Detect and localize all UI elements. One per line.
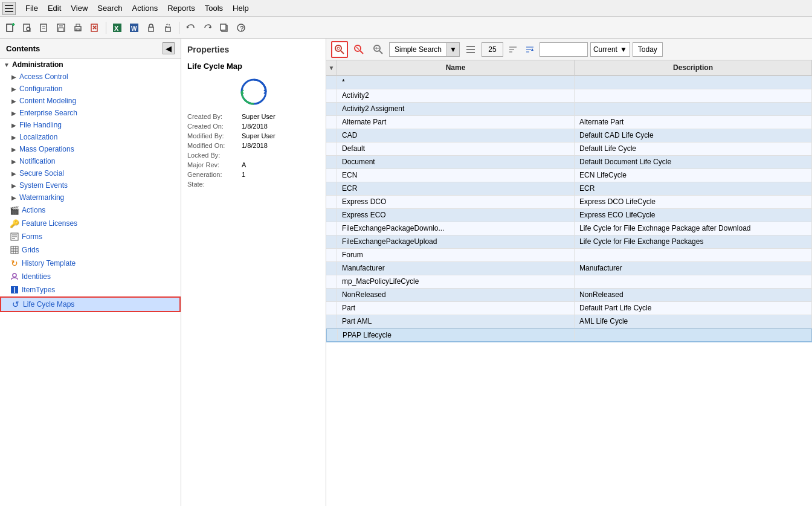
redo-button[interactable] [199, 20, 215, 36]
tree-arrow-content-modeling: ▶ [10, 97, 18, 105]
edit-button[interactable] [36, 20, 52, 36]
table-row[interactable]: ECN ECN LifeCycle [326, 169, 812, 182]
table-row[interactable]: Express ECO Express ECO LifeCycle [326, 209, 812, 222]
search-clear-button[interactable] [350, 41, 367, 58]
search-type-arrow[interactable]: ▼ [446, 43, 459, 56]
excel-button[interactable]: X [109, 20, 125, 36]
menu-tools[interactable]: Tools [200, 2, 228, 14]
sidebar-item-access-control[interactable]: ▶ Access Control [0, 71, 181, 83]
cell-name: CAD [337, 129, 575, 142]
sidebar-item-notification[interactable]: ▶ Notification [0, 155, 181, 167]
lock-button[interactable] [143, 20, 159, 36]
sidebar-item-history-template[interactable]: ↻ History Template [0, 257, 181, 270]
table-row[interactable]: Manufacturer Manufacturer [326, 262, 812, 275]
sidebar-item-administration[interactable]: ▼ Administration [0, 59, 181, 71]
sidebar-item-secure-social[interactable]: ▶ Secure Social [0, 167, 181, 179]
content-main: Properties Life Cycle Map Created By: Su… [181, 39, 812, 506]
sidebar-item-system-events[interactable]: ▶ System Events [0, 179, 181, 191]
hamburger-menu[interactable] [2, 2, 16, 15]
cell-description: Default Document Life Cycle [575, 156, 812, 168]
sort-desc-button[interactable] [523, 42, 537, 57]
search-execute-button[interactable] [331, 41, 348, 58]
svg-text:W: W [131, 25, 137, 32]
copy-button[interactable] [216, 20, 232, 36]
table-row[interactable]: Default Default Life Cycle [326, 143, 812, 156]
table-row[interactable]: Activity2 [326, 89, 812, 103]
new-button[interactable] [2, 20, 18, 36]
cell-name: * [337, 76, 575, 89]
undo-button[interactable] [182, 20, 198, 36]
sidebar-collapse-button[interactable]: ◀ [163, 42, 175, 54]
sidebar-item-watermarking[interactable]: ▶ Watermarking [0, 191, 181, 203]
table-row[interactable]: Activity2 Assigment [326, 103, 812, 116]
sidebar-label-secure-social: Secure Social [19, 169, 64, 178]
sidebar-item-mass-operations[interactable]: ▶ Mass Operations [0, 143, 181, 155]
cell-description [575, 275, 812, 288]
search-doc-button[interactable] [19, 20, 35, 36]
svg-rect-32 [11, 246, 18, 254]
unlock-button[interactable] [160, 20, 176, 36]
table-row[interactable]: Forum [326, 249, 812, 262]
feature-licenses-icon: 🔑 [10, 219, 19, 228]
properties-title: Properties [187, 45, 320, 54]
page-select[interactable]: Current ▼ [590, 42, 630, 57]
table-row[interactable]: FileExchangePackageDownlo... Life Cycle … [326, 222, 812, 235]
search-advanced-button[interactable] [370, 41, 387, 58]
sidebar-item-localization[interactable]: ▶ Localization [0, 131, 181, 143]
sidebar-item-configuration[interactable]: ▶ Configuration [0, 83, 181, 95]
sidebar-item-feature-licenses[interactable]: 🔑 Feature Licenses [0, 217, 181, 230]
tree-arrow-enterprise-search: ▶ [10, 109, 18, 117]
svg-line-46 [356, 47, 359, 50]
save-button[interactable] [53, 20, 69, 36]
table-row[interactable]: CAD Default CAD Life Cycle [326, 129, 812, 143]
results-count-box: 25 [482, 42, 503, 57]
table-row[interactable]: Express DCO Express DCO LifeCycle [326, 196, 812, 209]
menu-view[interactable]: View [66, 2, 92, 14]
page-input[interactable] [540, 42, 588, 57]
sidebar-item-identities[interactable]: Identities [0, 270, 181, 283]
sidebar-item-forms[interactable]: Forms [0, 230, 181, 243]
menu-file[interactable]: File [21, 2, 43, 14]
word-button[interactable]: W [126, 20, 142, 36]
row-filter [326, 169, 337, 182]
results-table-header: ▼ Name Description [326, 60, 812, 76]
row-filter [326, 315, 337, 328]
menu-help[interactable]: Help [228, 2, 254, 14]
delete-button[interactable] [87, 20, 103, 36]
tree-arrow-secure-social: ▶ [10, 169, 18, 178]
table-row[interactable]: NonReleased NonReleased [326, 289, 812, 302]
table-row[interactable]: PPAP Lifecycle [326, 328, 812, 342]
table-row[interactable]: Part AML AML Life Cycle [326, 315, 812, 328]
menu-bar: File Edit View Search Actions Reports To… [0, 0, 812, 17]
sort-asc-button[interactable] [506, 42, 520, 57]
cell-name: Manufacturer [337, 262, 575, 275]
table-row[interactable]: mp_MacPolicyLifeCycle [326, 275, 812, 289]
sidebar-item-item-types[interactable]: ItemTypes [0, 283, 181, 296]
sidebar-item-enterprise-search[interactable]: ▶ Enterprise Search [0, 107, 181, 119]
sidebar-item-file-handling[interactable]: ▶ File Handling [0, 119, 181, 131]
sidebar-tree: ▼ Administration ▶ Access Control ▶ Conf… [0, 59, 181, 506]
cell-name: Part AML [337, 315, 575, 328]
sidebar-item-content-modeling[interactable]: ▶ Content Modeling [0, 95, 181, 107]
table-row[interactable]: ECR ECR [326, 182, 812, 196]
menu-reports[interactable]: Reports [163, 2, 200, 14]
menu-edit[interactable]: Edit [43, 2, 66, 14]
sidebar-item-life-cycle-maps[interactable]: ↺ Life Cycle Maps [0, 296, 181, 312]
sidebar-item-grids[interactable]: Grids [0, 243, 181, 257]
sidebar-label-item-types: ItemTypes [22, 286, 55, 294]
help-button[interactable]: ? [233, 20, 249, 36]
table-row[interactable]: Part Default Part Life Cycle [326, 302, 812, 315]
menu-actions[interactable]: Actions [127, 2, 163, 14]
menu-search[interactable]: Search [92, 2, 127, 14]
table-row[interactable]: * [326, 76, 812, 89]
print-button[interactable] [70, 20, 86, 36]
sidebar-item-actions[interactable]: 🎬 Actions [0, 203, 181, 217]
view-list-button[interactable] [462, 41, 479, 58]
sidebar-label-life-cycle-maps: Life Cycle Maps [23, 300, 74, 309]
prop-value-created-by: Super User [242, 113, 276, 120]
search-type-dropdown[interactable]: Simple Search ▼ [389, 42, 460, 57]
table-row[interactable]: FileExchangePackageUpload Life Cycle for… [326, 235, 812, 249]
today-button[interactable]: Today [633, 42, 663, 57]
table-row[interactable]: Alternate Part Alternate Part [326, 116, 812, 129]
table-row[interactable]: Document Default Document Life Cycle [326, 156, 812, 169]
